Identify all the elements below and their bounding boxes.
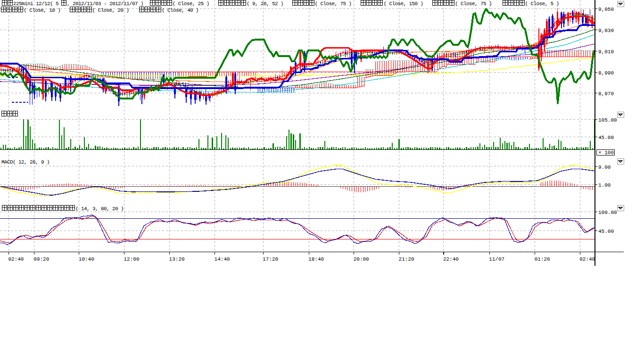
svg-text:9,010: 9,010: [598, 49, 614, 55]
svg-text:( 9, 26, 52 ): ( 9, 26, 52 ): [247, 1, 283, 7]
svg-text:( Close, 75 ): ( Close, 75 ): [455, 1, 492, 7]
svg-text:18:40: 18:40: [308, 256, 324, 262]
svg-text:8,990: 8,990: [598, 70, 614, 76]
svg-text:9.00: 9.00: [598, 165, 611, 170]
svg-text:20:00: 20:00: [354, 256, 369, 262]
svg-text:02:40: 02:40: [579, 256, 595, 262]
svg-text:MACD( 12, 26, 9 ): MACD( 12, 26, 9 ): [1, 159, 50, 165]
svg-text:8,970: 8,970: [598, 91, 614, 97]
svg-text:01:20: 01:20: [535, 256, 550, 262]
svg-text:45.00: 45.00: [598, 135, 614, 140]
svg-text:× 100: × 100: [598, 150, 614, 156]
svg-text:9,030: 9,030: [598, 28, 614, 33]
svg-text:14:40: 14:40: [215, 256, 230, 262]
svg-text:105.00: 105.00: [598, 117, 617, 123]
svg-text:21:20: 21:20: [399, 256, 414, 262]
svg-text:11/07: 11/07: [489, 256, 504, 262]
svg-text:( Close, 10 ): ( Close, 10 ): [24, 8, 60, 13]
svg-text:( Close, 40 ): ( Close, 40 ): [162, 8, 198, 13]
svg-text:17:20: 17:20: [263, 256, 278, 262]
svg-text:1.00: 1.00: [598, 182, 611, 188]
svg-text:, 2012/11/03 - 2012/11/07 ): , 2012/11/03 - 2012/11/07 ): [67, 1, 143, 7]
svg-text:22:40: 22:40: [443, 256, 459, 262]
svg-text:45.00: 45.00: [598, 229, 614, 234]
svg-text:100.00: 100.00: [598, 210, 617, 215]
svg-text:( Close, 75 ): ( Close, 75 ): [315, 1, 352, 7]
svg-text:( Close, 25 ): ( Close, 25 ): [173, 1, 209, 7]
svg-text:02:40: 02:40: [8, 256, 24, 262]
svg-text:9,050: 9,050: [598, 7, 614, 12]
svg-text:225mini 12/12( 5: 225mini 12/12( 5: [13, 1, 58, 7]
svg-text:( Close, 20 ): ( Close, 20 ): [92, 8, 129, 13]
svg-text:( Close, 5 ): ( Close, 5 ): [525, 1, 559, 7]
svg-text:09:20: 09:20: [33, 256, 49, 262]
svg-text:( Close, 150 ): ( Close, 150 ): [383, 1, 423, 7]
svg-text:10:40: 10:40: [79, 256, 94, 262]
svg-text:( 14, 3, 80, 20 ): ( 14, 3, 80, 20 ): [75, 206, 124, 212]
svg-text:12:00: 12:00: [124, 256, 140, 262]
svg-text:13:20: 13:20: [169, 256, 185, 262]
